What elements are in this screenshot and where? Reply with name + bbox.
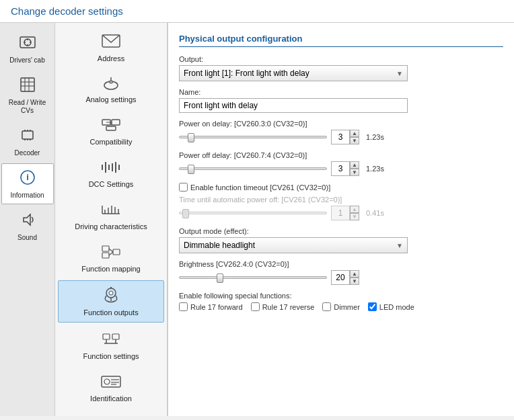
svg-text:i: i xyxy=(26,172,29,182)
power-off-spin-up[interactable]: ▲ xyxy=(350,161,359,169)
dcc-settings-icon xyxy=(100,159,122,179)
time-until-unit: 0.41s xyxy=(366,209,384,217)
function-outputs-icon xyxy=(100,286,122,307)
nav-item-compatibility[interactable]: Compatibility xyxy=(58,111,164,152)
brightness-spinbox: ▲ ▼ xyxy=(331,270,359,285)
decoder-icon xyxy=(18,126,37,148)
nav-label-dcc-settings: DCC Settings xyxy=(89,180,134,188)
sidebar-item-information[interactable]: i Information xyxy=(1,163,54,204)
power-off-slider-track[interactable] xyxy=(179,167,327,170)
power-on-spin-up[interactable]: ▲ xyxy=(350,130,359,137)
power-off-spinbox-arrows: ▲ ▼ xyxy=(350,161,359,176)
sidebar-item-drivers-cab[interactable]: Drivers' cab xyxy=(1,28,54,69)
power-off-slider-thumb[interactable] xyxy=(188,165,194,174)
special-functions-label: Enable following special functions: xyxy=(179,292,503,300)
name-input[interactable] xyxy=(179,98,408,113)
rule17-forward-label[interactable]: Rule 17 forward xyxy=(190,303,243,311)
rule17-reverse-checkbox[interactable] xyxy=(251,302,260,311)
power-off-spin-down[interactable]: ▼ xyxy=(350,169,359,176)
information-icon: i xyxy=(18,168,37,190)
nav-panel: Address Analog settings xyxy=(55,23,168,416)
time-until-spin-up: ▲ xyxy=(350,206,359,213)
rule17-reverse-label[interactable]: Rule 17 reverse xyxy=(262,303,315,311)
sidebar-item-sound[interactable]: Sound xyxy=(1,206,54,247)
output-select[interactable]: Front light [1]: Front light with delay … xyxy=(179,65,408,81)
brightness-spin-up[interactable]: ▲ xyxy=(350,270,359,278)
output-mode-select[interactable]: Dimmable headlight ▼ xyxy=(179,237,408,253)
svg-rect-26 xyxy=(112,120,120,125)
power-on-slider-track[interactable] xyxy=(179,136,327,138)
brightness-spin-down[interactable]: ▼ xyxy=(350,278,359,285)
sidebar-label-decoder: Decoder xyxy=(15,149,40,157)
brightness-group: Brightness [CV262.4:0 (CV32=0)] ▲ ▼ xyxy=(179,260,503,285)
power-on-spin-down[interactable]: ▼ xyxy=(350,137,359,144)
power-on-slider-thumb[interactable] xyxy=(188,133,194,142)
svg-rect-45 xyxy=(113,249,120,255)
svg-marker-20 xyxy=(24,214,30,225)
nav-item-address[interactable]: Address xyxy=(58,26,164,69)
nav-item-manual-cv-input[interactable]: Manual CV input xyxy=(58,410,164,416)
special-functions-row: Rule 17 forward Rule 17 reverse Dimmer L… xyxy=(179,302,503,311)
power-on-delay-group: Power on delay: [CV260.3:0 (CV32=0)] ▲ ▼… xyxy=(179,120,503,144)
nav-item-analog-settings[interactable]: Analog settings xyxy=(58,70,164,110)
function-mapping-icon xyxy=(100,244,122,263)
brightness-spinbox-arrows: ▲ ▼ xyxy=(350,270,359,285)
time-until-spinbox-arrows: ▲ ▼ xyxy=(350,206,359,220)
brightness-slider-track[interactable] xyxy=(179,276,327,279)
nav-item-driving-characteristics[interactable]: Driving characteristics xyxy=(58,196,164,237)
sound-icon xyxy=(18,210,37,233)
brightness-slider-row: ▲ ▼ xyxy=(179,270,503,285)
compatibility-icon xyxy=(101,117,121,136)
nav-item-identification[interactable]: Identification xyxy=(58,368,164,409)
sidebar-item-decoder[interactable]: Decoder xyxy=(1,121,54,162)
led-mode-checkbox[interactable] xyxy=(368,302,377,311)
brightness-slider-thumb[interactable] xyxy=(217,274,223,283)
time-until-spin-down: ▼ xyxy=(350,213,359,220)
sidebar-item-read-write-cvs[interactable]: Read / Write CVs xyxy=(1,71,54,120)
power-on-unit: 1.23s xyxy=(366,133,384,141)
dimmer-label[interactable]: Dimmer xyxy=(334,303,360,311)
time-until-slider-thumb xyxy=(182,209,189,218)
power-on-spinbox-arrows: ▲ ▼ xyxy=(350,130,359,144)
power-off-delay-group: Power off delay: [CV260.7:4 (CV32=0)] ▲ … xyxy=(179,151,503,176)
brightness-label: Brightness [CV262.4:0 (CV32=0)] xyxy=(179,260,503,268)
output-mode-arrow: ▼ xyxy=(396,242,403,249)
rule17-reverse-item: Rule 17 reverse xyxy=(251,302,315,311)
led-mode-label[interactable]: LED mode xyxy=(379,303,414,311)
title-bar: Change decoder settings xyxy=(0,0,514,23)
power-off-spinbox: ▲ ▼ xyxy=(331,161,359,176)
dimmer-checkbox[interactable] xyxy=(322,302,331,311)
svg-rect-44 xyxy=(102,253,109,258)
nav-wrapper: Address Analog settings xyxy=(55,23,168,416)
name-label: Name: xyxy=(179,88,503,96)
read-write-icon xyxy=(18,75,37,97)
nav-label-function-mapping: Function mapping xyxy=(81,265,140,273)
special-functions-group: Enable following special functions: Rule… xyxy=(179,292,503,311)
nav-item-function-settings[interactable]: Function settings xyxy=(58,324,164,366)
power-off-value-input[interactable] xyxy=(331,161,350,176)
driving-characteristics-icon xyxy=(100,202,122,221)
time-until-slider-row: ▲ ▼ 0.41s xyxy=(179,206,503,220)
svg-rect-53 xyxy=(112,334,119,339)
svg-point-58 xyxy=(104,379,110,384)
enable-timeout-label[interactable]: Enable function timeout [CV261 (CV32=0)] xyxy=(190,183,330,192)
output-mode-label: Output mode (effect): xyxy=(179,227,503,235)
enable-timeout-checkbox[interactable] xyxy=(179,183,188,192)
window-title: Change decoder settings xyxy=(11,5,123,17)
nav-label-identification: Identification xyxy=(90,394,132,403)
svg-line-47 xyxy=(109,252,113,255)
power-off-unit: 1.23s xyxy=(366,165,384,173)
nav-label-driving-characteristics: Driving characteristics xyxy=(75,222,147,230)
brightness-value-input[interactable] xyxy=(331,270,350,285)
nav-item-function-outputs[interactable]: Function outputs xyxy=(58,280,164,323)
power-on-value-input[interactable] xyxy=(331,130,350,144)
time-until-slider-track xyxy=(179,212,327,214)
rule17-forward-checkbox[interactable] xyxy=(179,302,188,311)
nav-item-function-mapping[interactable]: Function mapping xyxy=(58,238,164,279)
sidebar: Drivers' cab Read / Write CVs xyxy=(0,23,55,416)
rule17-forward-item: Rule 17 forward xyxy=(179,302,243,311)
nav-item-dcc-settings[interactable]: DCC Settings xyxy=(58,153,164,194)
nav-label-function-outputs: Function outputs xyxy=(83,308,138,317)
nav-label-function-settings: Function settings xyxy=(83,352,139,360)
output-field-group: Output: Front light [1]: Front light wit… xyxy=(179,55,503,81)
